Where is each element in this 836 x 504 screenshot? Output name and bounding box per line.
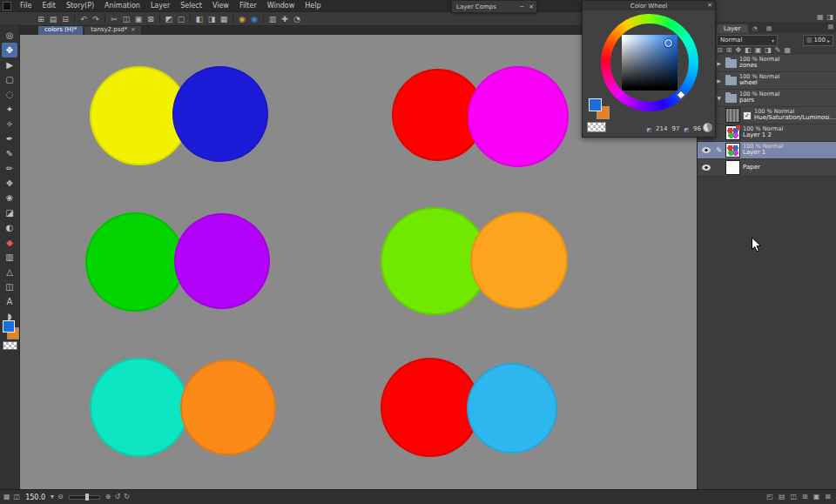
layer-row[interactable]: ▼100 % Normalpairs [698,90,836,107]
new-file-icon[interactable]: ⊞ [35,13,47,25]
menu-help[interactable]: Help [300,0,326,11]
fit-to-screen-icon[interactable]: ◫ [14,490,21,504]
auto-select-tool[interactable]: ✦ [2,102,17,117]
expand-arrow-icon[interactable]: ▶ [717,60,721,66]
color-mixing-icon[interactable]: ◉ [236,13,248,25]
zoom-in-icon[interactable]: ⊕ [105,490,111,504]
eraser-tool[interactable]: ◪ [2,205,17,220]
opacity-control[interactable]: ▥ 100 ▸ [803,35,833,46]
blend-tool[interactable]: ◐ [2,220,17,235]
figure-tool[interactable]: △ [2,265,17,279]
layer-mask-icon[interactable]: ▦ [785,46,792,54]
transparent-color-swatch[interactable] [587,122,606,132]
layer-thumbnail[interactable] [725,125,740,140]
copy-icon[interactable]: ◫ [120,13,132,25]
main-color-swatch[interactable] [3,320,15,333]
blend-mode-select[interactable]: Normal ▾ [717,35,778,46]
snap-ruler-icon[interactable]: ◧ [193,13,206,25]
transparent-color-swatch[interactable] [3,341,17,350]
snap-special-ruler-icon[interactable]: ◨ [206,13,218,25]
color-wheel-titlebar[interactable]: Color Wheel ✕ [583,1,715,10]
zoom-caret-icon[interactable]: ▾ [51,490,54,504]
zoom-tool[interactable]: ◎ [2,28,17,43]
redo-icon[interactable]: ↷ [90,13,102,25]
enable-draft-icon[interactable]: ✎ [775,46,781,54]
palette-menu-icon[interactable]: ▤ [827,24,833,30]
grid-view-icon[interactable]: ▥ [266,13,279,25]
guide-icon[interactable]: ✚ [279,13,291,25]
decoration-tool[interactable]: ❀ [2,191,17,205]
gradient-tool[interactable]: ▥ [2,250,17,265]
pen-tool[interactable]: ✒ [2,131,17,146]
zoom-out-icon[interactable]: ⊖ [57,490,64,504]
close-icon[interactable]: ✕ [707,1,712,10]
property-tab-icon[interactable]: ▤ [762,24,777,33]
menu-layer[interactable]: Layer [145,0,175,11]
layer-visibility-toggle[interactable] [699,165,712,171]
operation-tool[interactable]: ▶ [2,57,17,72]
eyedropper-tool[interactable]: ✧ [2,117,17,131]
measure-icon[interactable]: ◔ [291,13,303,25]
text-tool[interactable]: A [2,294,17,309]
sv-cursor[interactable] [664,39,672,47]
selection-tool[interactable]: ▢ [2,72,17,87]
adjustment-layer-thumbnail[interactable] [725,108,740,123]
minimize-dock-icon[interactable]: ▦ [817,13,824,21]
zoom-slider[interactable] [69,495,100,500]
free-transform-icon[interactable]: ▢ [175,13,187,25]
workspace-icon[interactable]: ◰ [766,490,773,504]
scale-rotate-icon[interactable]: ◩ [163,13,175,25]
layer-row[interactable]: ✓100 % NormalHue/Saturation/Luminosity 1 [698,107,836,124]
move-tool[interactable]: ✥ [2,43,17,57]
menu-filter[interactable]: Filter [234,0,262,11]
move-layer-icon[interactable]: ✥ [735,46,741,54]
save-icon[interactable]: ⊟ [59,13,71,25]
minimize-icon[interactable]: ─ [517,3,526,10]
transfer-down-icon[interactable]: ⊟ [717,46,723,54]
adjustment-enabled-checkbox[interactable]: ✓ [743,111,752,120]
layer-row[interactable]: Paper [698,159,836,177]
expand-arrow-icon[interactable]: ▶ [717,77,721,84]
palette-icon[interactable]: ▤ [779,490,785,504]
frame-border-tool[interactable]: ◫ [2,279,17,294]
menu-storyp[interactable]: Story(P) [61,0,99,11]
layer-row[interactable]: ▶100 % Normalzones [698,55,836,72]
layer-comps-panel[interactable]: Layer Comps ─ ✕ [451,0,537,13]
paper-thumbnail[interactable] [725,160,740,175]
menu-window[interactable]: Window [262,0,300,11]
menu-animation[interactable]: Animation [99,0,145,11]
layer-row[interactable]: 100 % NormalLayer 1 2 [698,124,836,142]
undo-icon[interactable]: ↶ [78,13,90,25]
menu-select[interactable]: Select [175,0,207,11]
info-tab-icon[interactable]: ◔ [748,24,762,33]
material-icon[interactable]: ▣ [813,490,820,504]
rotate-cw-icon[interactable]: ↻ [124,490,130,504]
grid-icon[interactable]: ⊞ [802,490,808,504]
close-icon[interactable]: ✕ [526,3,536,10]
rotate-ccw-icon[interactable]: ↺ [114,490,120,504]
new-raster-layer-icon[interactable]: ⊞ [726,46,732,54]
expand-arrow-icon[interactable]: ▼ [717,95,721,101]
trash-icon[interactable]: ⊠ [825,490,831,504]
navigator-icon[interactable]: ▦ [3,490,10,504]
layer-row[interactable]: ▶100 % Normalwheel [698,72,836,90]
lock-transparent-pixels-icon[interactable]: ▣ [755,46,762,54]
tab-layer[interactable]: Layer [717,24,748,33]
sub-view-icon[interactable]: ◉ [248,13,260,25]
cut-icon[interactable]: ✂ [108,13,120,25]
clip-to-layer-below-icon[interactable]: ◨ [765,46,772,54]
fill-tool[interactable]: ◆ [2,235,17,250]
color-model-toggle-icon[interactable] [703,123,712,132]
menu-edit[interactable]: Edit [37,0,61,11]
layer-row[interactable]: ✎100 % NormalLayer 1 [698,142,836,159]
open-file-icon[interactable]: ▤ [47,13,59,25]
zoom-slider-knob[interactable] [85,494,89,501]
menu-view[interactable]: View [207,0,234,11]
snap-grid-icon[interactable]: ▦ [218,13,230,25]
pencil-tool[interactable]: ✎ [2,146,17,161]
lasso-tool[interactable]: ◌ [2,87,17,102]
layer-thumbnail[interactable] [725,143,740,158]
timeline-icon[interactable]: ◫ [790,490,797,504]
delete-icon[interactable]: ⊠ [145,13,157,25]
lock-layer-icon[interactable]: ◧ [745,46,752,54]
